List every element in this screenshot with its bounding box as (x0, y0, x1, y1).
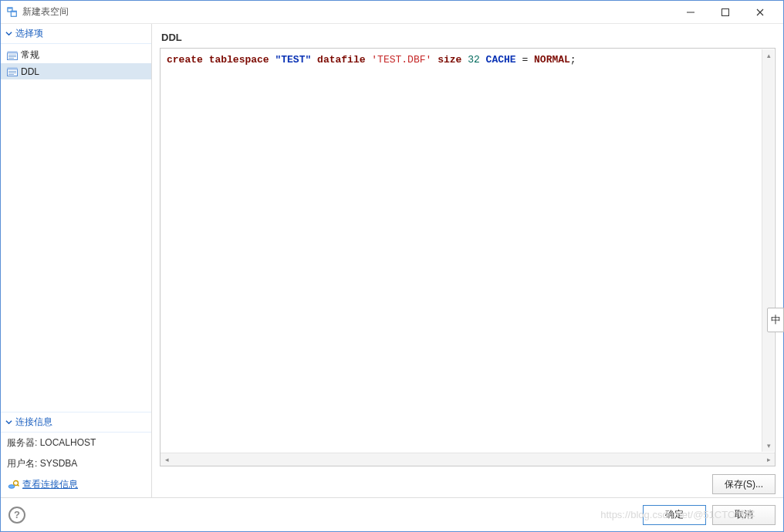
help-button[interactable]: ? (8, 507, 25, 524)
window-title: 新建表空间 (22, 5, 69, 19)
titlebar: 新建表空间 (1, 1, 783, 24)
sidebar: 选择项 常规DDL 连接信息 服务器: LOCALHOST 用户名: SYSDB… (1, 24, 152, 497)
options-section-label: 选择项 (15, 27, 43, 40)
code-token (311, 54, 317, 66)
server-row: 服务器: LOCALHOST (1, 433, 151, 453)
cancel-button[interactable]: 取消 (712, 505, 776, 525)
svg-rect-15 (8, 74, 14, 75)
code-token: CACHE (486, 54, 516, 66)
nav-list: 常规DDL (1, 44, 151, 412)
server-label: 服务器: (7, 437, 37, 448)
code-token: datafile (317, 54, 365, 66)
svg-rect-8 (8, 55, 16, 56)
ime-indicator-label: 中 (771, 313, 781, 327)
minimize-button[interactable] (673, 2, 708, 23)
svg-rect-7 (8, 51, 18, 53)
code-token: NORMAL (534, 54, 570, 66)
editor-container: create tablespace "TEST" datafile 'TEST.… (160, 48, 776, 466)
svg-rect-2 (8, 7, 12, 8)
code-token (461, 54, 468, 66)
maximize-button[interactable] (708, 2, 742, 23)
svg-rect-4 (687, 12, 694, 12)
close-button[interactable] (742, 2, 777, 23)
code-token (203, 54, 209, 66)
maximize-icon (721, 8, 729, 16)
user-label: 用户名: (7, 458, 37, 469)
sidebar-item-label: 常规 (21, 49, 39, 62)
page-icon (7, 67, 18, 76)
vertical-scrollbar[interactable]: ▴ ▾ (762, 49, 774, 452)
sidebar-item-1[interactable]: DDL (1, 63, 151, 79)
page-icon (7, 51, 18, 60)
scroll-left-icon[interactable]: ◂ (161, 453, 173, 466)
view-connection-link[interactable]: 查看连接信息 (1, 474, 151, 497)
connection-section-header[interactable]: 连接信息 (1, 412, 151, 433)
svg-rect-14 (8, 72, 16, 73)
horizontal-scrollbar[interactable]: ◂ ▸ (161, 453, 775, 466)
code-token: size (438, 54, 461, 66)
code-token: ; (570, 54, 576, 66)
chevron-down-icon (5, 419, 12, 426)
code-token (431, 54, 438, 66)
help-icon: ? (14, 509, 20, 520)
code-token (480, 54, 486, 66)
code-token: = (522, 54, 534, 66)
footer: ? 确定 取消 (1, 497, 783, 531)
svg-rect-9 (8, 56, 16, 57)
user-row: 用户名: SYSDBA (1, 453, 151, 474)
svg-rect-5 (721, 8, 728, 15)
connection-section: 连接信息 服务器: LOCALHOST 用户名: SYSDBA (1, 412, 151, 497)
ok-button-label: 确定 (665, 508, 684, 521)
main-panel: DDL create tablespace "TEST" datafile 'T… (152, 24, 783, 497)
code-token: "TEST" (275, 54, 311, 66)
svg-rect-12 (8, 67, 18, 69)
code-token: tablespace (209, 54, 269, 66)
user-value: SYSDBA (40, 458, 78, 469)
ime-indicator[interactable]: 中 (767, 308, 784, 332)
main-heading: DDL (152, 24, 783, 48)
svg-line-18 (18, 484, 19, 486)
ok-button[interactable]: 确定 (643, 505, 706, 525)
scroll-down-icon[interactable]: ▾ (762, 439, 775, 452)
svg-point-16 (8, 484, 15, 488)
connection-section-label: 连接信息 (15, 416, 52, 429)
code-token: 32 (468, 54, 480, 66)
view-connection-text[interactable]: 查看连接信息 (22, 478, 78, 491)
code-token: create (167, 54, 203, 66)
svg-rect-10 (8, 58, 14, 59)
save-button-label: 保存(S)... (725, 478, 763, 491)
options-section-header[interactable]: 选择项 (1, 24, 151, 44)
magnifier-db-icon (7, 480, 19, 490)
scroll-right-icon[interactable]: ▸ (762, 453, 775, 466)
sidebar-item-0[interactable]: 常规 (1, 47, 151, 63)
sidebar-item-label: DDL (21, 66, 39, 77)
scroll-up-icon[interactable]: ▴ (762, 49, 775, 62)
minimize-icon (687, 8, 694, 16)
code-token: 'TEST.DBF' (371, 54, 431, 66)
save-button[interactable]: 保存(S)... (712, 474, 776, 494)
app-icon (7, 7, 18, 18)
server-value: LOCALHOST (40, 437, 96, 448)
svg-rect-3 (11, 11, 16, 12)
sql-editor[interactable]: create tablespace "TEST" datafile 'TEST.… (161, 49, 775, 453)
close-icon (756, 8, 764, 16)
cancel-button-label: 取消 (735, 508, 753, 521)
chevron-down-icon (5, 30, 12, 37)
svg-rect-13 (8, 71, 16, 72)
